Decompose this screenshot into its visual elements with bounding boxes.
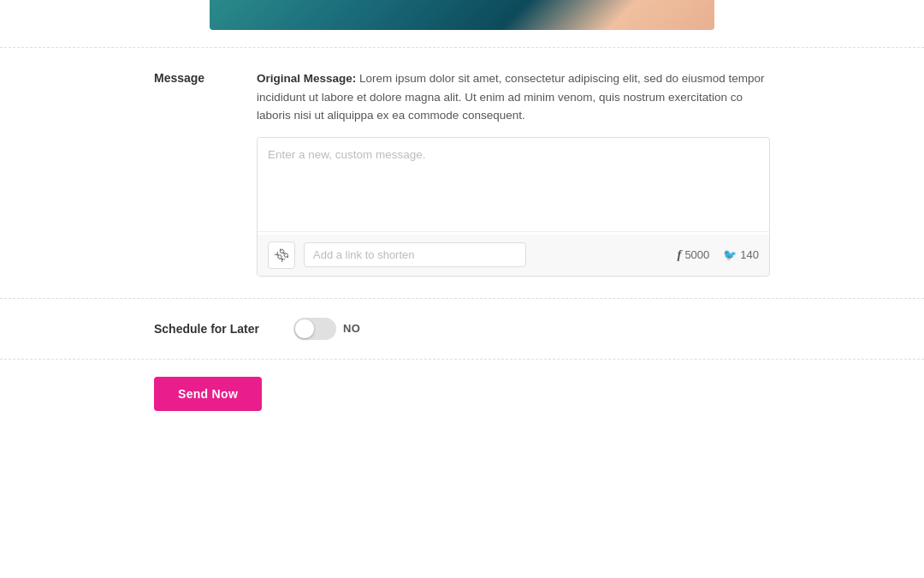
message-toolbar: ⛓ f 5000 🐦 140 <box>258 235 769 276</box>
toggle-state-label: NO <box>343 322 361 335</box>
facebook-count: 5000 <box>684 248 709 261</box>
toggle-wrapper: NO <box>293 318 361 340</box>
original-message-text: Original Message: Lorem ipsum dolor sit … <box>257 69 770 125</box>
chain-icon: ⛓ <box>272 245 292 265</box>
twitter-count: 140 <box>740 248 759 261</box>
original-message-label: Original Message: <box>257 72 356 85</box>
twitter-count-item: 🐦 140 <box>723 247 759 262</box>
twitter-icon: 🐦 <box>723 248 737 261</box>
page-wrapper: Message Original Message: Lorem ipsum do… <box>0 0 924 578</box>
action-section: Send Now <box>0 360 924 428</box>
image-section <box>0 0 924 47</box>
link-input[interactable] <box>304 242 526 267</box>
toggle-thumb <box>295 319 314 338</box>
schedule-label: Schedule for Later <box>154 322 259 336</box>
message-textarea-wrapper: ⛓ f 5000 🐦 140 <box>257 137 770 277</box>
preview-image <box>210 0 714 30</box>
message-content: Original Message: Lorem ipsum dolor sit … <box>257 69 770 277</box>
link-icon-button[interactable]: ⛓ <box>268 241 295 269</box>
char-counts: f 5000 🐦 140 <box>677 247 759 262</box>
message-section: Message Original Message: Lorem ipsum do… <box>0 48 924 298</box>
message-label: Message <box>154 69 222 277</box>
send-now-button[interactable]: Send Now <box>154 377 262 411</box>
schedule-toggle[interactable] <box>293 318 336 340</box>
facebook-icon: f <box>677 247 681 262</box>
facebook-count-item: f 5000 <box>677 247 709 262</box>
message-textarea[interactable] <box>258 138 769 232</box>
schedule-section: Schedule for Later NO <box>0 299 924 359</box>
